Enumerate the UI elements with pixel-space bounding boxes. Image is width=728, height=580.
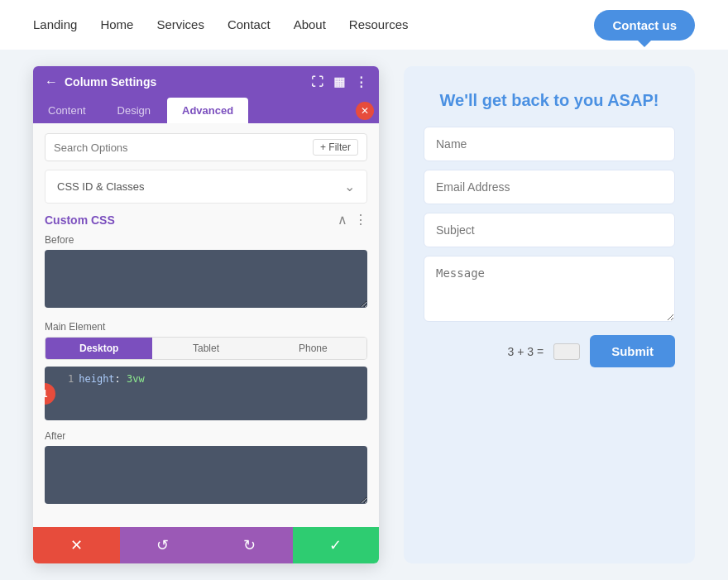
undo-button[interactable]: ↺ bbox=[120, 527, 207, 563]
subject-input[interactable] bbox=[424, 213, 675, 247]
nav-links: Landing Home Services Contact About Reso… bbox=[33, 17, 409, 32]
redo-button[interactable]: ↻ bbox=[206, 527, 293, 563]
after-code-editor[interactable] bbox=[45, 446, 367, 504]
search-options-input[interactable] bbox=[54, 141, 313, 154]
panel-title: Column Settings bbox=[65, 75, 156, 89]
panel-body: + Filter CSS ID & Classes ⌄ Custom CSS ∧… bbox=[33, 123, 379, 527]
nav-landing[interactable]: Landing bbox=[33, 17, 77, 31]
nav-contact[interactable]: Contact bbox=[228, 17, 271, 31]
submit-button[interactable]: Submit bbox=[590, 335, 675, 367]
before-code-editor[interactable] bbox=[45, 250, 367, 308]
after-label: After bbox=[45, 430, 367, 442]
contact-form-panel: We'll get back to you ASAP! 3 + 3 = Subm… bbox=[404, 66, 695, 563]
captcha-label: 3 + 3 = bbox=[508, 345, 544, 358]
css-value: 3vw bbox=[127, 373, 145, 385]
message-input[interactable] bbox=[424, 256, 675, 322]
panel-header: ← Column Settings ⛶ ▦ ⋮ bbox=[33, 66, 379, 98]
main-area: ← Column Settings ⛶ ▦ ⋮ Content Design A… bbox=[0, 50, 728, 580]
nav-home[interactable]: Home bbox=[100, 17, 133, 31]
code-line: 1 height: 3vw bbox=[45, 367, 367, 420]
device-tab-tablet[interactable]: Tablet bbox=[152, 338, 259, 359]
copy-icon[interactable]: ▦ bbox=[333, 74, 345, 89]
before-label: Before bbox=[45, 234, 367, 246]
navbar: Landing Home Services Contact About Reso… bbox=[0, 0, 728, 50]
captcha-checkbox[interactable] bbox=[553, 343, 580, 360]
chevron-down-icon: ⌄ bbox=[344, 179, 355, 194]
css-property: height bbox=[79, 373, 114, 385]
line-number: 1 bbox=[68, 373, 74, 385]
section-more-icon[interactable]: ⋮ bbox=[354, 212, 367, 228]
column-settings-panel: ← Column Settings ⛶ ▦ ⋮ Content Design A… bbox=[33, 66, 379, 563]
custom-css-header: Custom CSS ∧ ⋮ bbox=[45, 212, 367, 228]
collapse-icon[interactable]: ∧ bbox=[338, 212, 347, 228]
css-id-classes-row[interactable]: CSS ID & Classes ⌄ bbox=[45, 170, 367, 204]
tab-content[interactable]: Content bbox=[33, 98, 101, 123]
main-element-code-editor-wrap: 1 1 height: 3vw bbox=[45, 367, 367, 420]
email-input[interactable] bbox=[424, 170, 675, 204]
section-actions: ∧ ⋮ bbox=[338, 212, 367, 228]
nav-about[interactable]: About bbox=[294, 17, 326, 31]
form-footer: 3 + 3 = Submit bbox=[424, 335, 675, 367]
resize-icon[interactable]: ⛶ bbox=[311, 74, 323, 89]
tab-advanced[interactable]: Advanced bbox=[167, 98, 248, 123]
device-tabs: Desktop Tablet Phone bbox=[45, 337, 367, 360]
name-input[interactable] bbox=[424, 127, 675, 161]
panel-header-actions: ⛶ ▦ ⋮ bbox=[311, 74, 367, 89]
back-arrow-icon[interactable]: ← bbox=[45, 74, 58, 89]
main-element-label: Main Element bbox=[45, 321, 367, 333]
nav-services[interactable]: Services bbox=[156, 17, 204, 31]
more-icon[interactable]: ⋮ bbox=[355, 74, 367, 89]
custom-css-title: Custom CSS bbox=[45, 213, 115, 227]
device-tab-phone[interactable]: Phone bbox=[260, 338, 366, 359]
css-code: height: 3vw bbox=[79, 373, 145, 385]
filter-button[interactable]: + Filter bbox=[313, 139, 358, 156]
nav-resources[interactable]: Resources bbox=[349, 17, 409, 31]
search-options-bar: + Filter bbox=[45, 133, 367, 161]
confirm-button[interactable]: ✓ bbox=[293, 527, 380, 563]
panel-tabs: Content Design Advanced bbox=[33, 98, 356, 123]
custom-css-section: Custom CSS ∧ ⋮ Before Main Element Deskt… bbox=[45, 212, 367, 517]
panel-close-button[interactable]: ✕ bbox=[356, 102, 374, 120]
panel-tabs-row: Content Design Advanced ✕ bbox=[33, 98, 379, 123]
panel-footer: ✕ ↺ ↻ ✓ bbox=[33, 527, 379, 563]
device-tab-desktop[interactable]: Desktop bbox=[46, 338, 152, 359]
css-id-classes-label: CSS ID & Classes bbox=[57, 180, 144, 193]
contact-title: We'll get back to you ASAP! bbox=[440, 91, 659, 110]
cancel-button[interactable]: ✕ bbox=[33, 527, 120, 563]
tab-design[interactable]: Design bbox=[103, 98, 165, 123]
contact-us-button[interactable]: Contact us bbox=[594, 10, 695, 41]
